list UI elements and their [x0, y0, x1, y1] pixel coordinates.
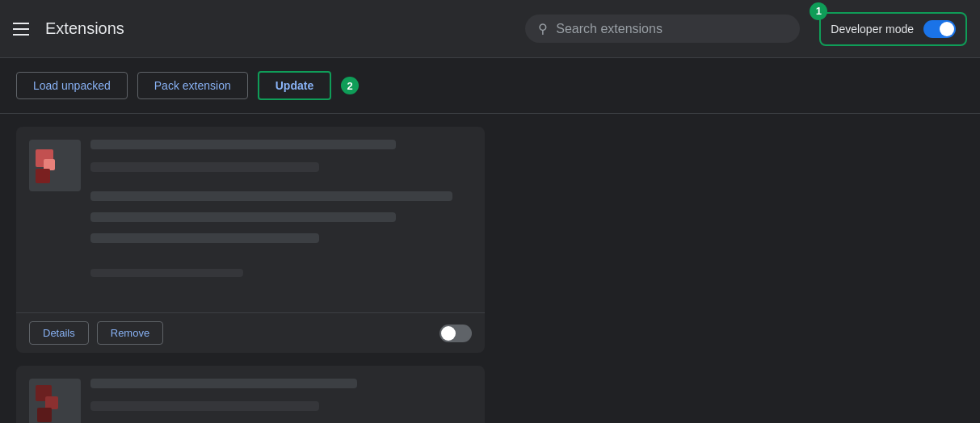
card-content [90, 379, 472, 423]
update-button[interactable]: Update [258, 71, 331, 100]
ext-version-line [90, 401, 319, 411]
details-button[interactable]: Details [29, 321, 89, 345]
extension-card: Details Remove A 🤓 PPUALS wsdn.com [16, 366, 485, 423]
step-badge-2: 2 [341, 77, 359, 94]
card-body [16, 366, 485, 423]
page-title: Extensions [45, 19, 124, 38]
ext-desc-line1 [90, 191, 452, 201]
ext-extra-line [90, 269, 243, 277]
card-footer: Details Remove [16, 312, 485, 353]
developer-mode-toggle[interactable] [923, 20, 956, 38]
pack-extension-button[interactable]: Pack extension [137, 72, 248, 99]
ext-desc-line2 [90, 212, 396, 222]
search-bar: ⚲ [525, 15, 800, 43]
card-body [16, 127, 485, 312]
search-icon: ⚲ [538, 21, 548, 36]
ext-version-line [90, 162, 319, 172]
ext-desc-line3 [90, 233, 319, 243]
load-unpacked-button[interactable]: Load unpacked [16, 72, 128, 99]
ext-extra [90, 269, 472, 283]
remove-button[interactable]: Remove [97, 321, 163, 345]
developer-mode-label: Developer mode [831, 23, 914, 36]
extension-icon [29, 379, 81, 423]
search-input[interactable] [556, 22, 787, 36]
ext-name-line [90, 379, 357, 388]
extension-icon [29, 140, 81, 191]
app-header: Extensions ⚲ 1 Developer mode [0, 0, 980, 58]
extensions-grid: Details Remove [0, 114, 980, 423]
step-badge-1: 1 [810, 2, 827, 20]
card-content [90, 140, 472, 299]
developer-mode-section: 1 Developer mode [819, 12, 967, 46]
toolbar: Load unpacked Pack extension Update 2 [0, 58, 980, 114]
extension-card: Details Remove [16, 127, 485, 353]
extension-toggle[interactable] [440, 325, 472, 342]
hamburger-menu-icon[interactable] [13, 23, 29, 36]
ext-name-line [90, 140, 396, 149]
ext-desc [90, 191, 472, 249]
